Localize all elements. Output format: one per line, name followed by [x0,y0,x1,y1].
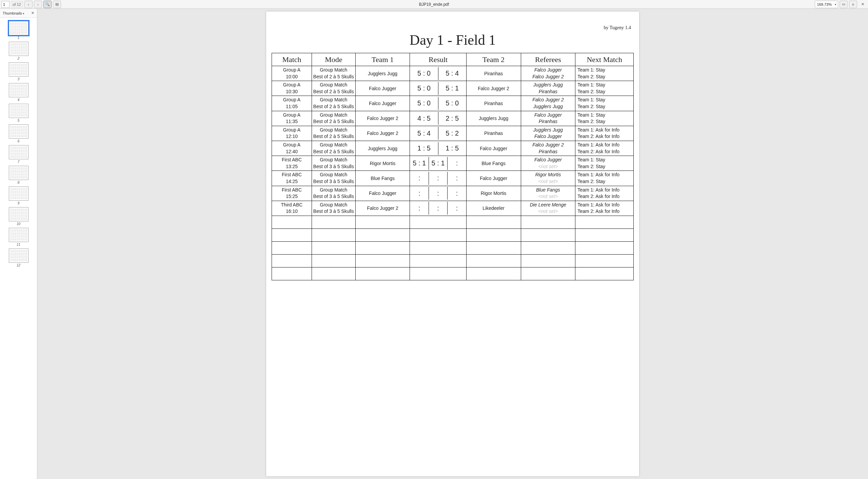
table-row: Group A11:05Group MatchBest of 2 à 5 Sku… [272,96,634,111]
table-row: First ABC14:25Group MatchBest of 3 à 5 S… [272,171,634,186]
chevron-left-icon: ‹ [28,2,29,6]
th-referees: Referees [521,53,575,66]
thumbnail[interactable] [9,21,28,35]
outline-button[interactable]: ▤ [53,1,61,8]
toolbar: of 12 ‹ › 🔍 ▤ BJP19_ende.pdf 169.73% ▭ ≡… [0,0,868,9]
menu-button[interactable]: ≡ [849,1,857,8]
thumbnail-label: 5 [0,119,37,122]
search-icon: 🔍 [45,2,50,6]
prev-page-button[interactable]: ‹ [24,1,33,8]
th-mode: Mode [312,53,355,66]
thumbnail-label: 11 [0,243,37,246]
thumbnail[interactable] [9,186,28,201]
table-header-row: Match Mode Team 1 Result Team 2 Referees… [272,53,634,66]
thumbnail[interactable] [9,145,28,159]
page-viewport[interactable]: by Tugeny 1.4 Day 1 - Field 1 Match Mode… [37,9,868,479]
page-count-label: of 12 [11,1,23,8]
sidebar-mode-select[interactable]: Thumbnails [3,11,24,15]
close-window-button[interactable]: ✕ [859,1,867,8]
thumbnail[interactable] [9,228,28,242]
thumbnail-label: 10 [0,222,37,226]
next-page-button[interactable]: › [34,1,42,8]
thumbnail-label: 2 [0,57,37,60]
th-match: Match [272,53,312,66]
table-row: Group A12:10Group MatchBest of 2 à 5 Sku… [272,126,634,141]
th-team2: Team 2 [466,53,521,66]
sidebar: Thumbnails ✕ 123456789101112 [0,9,37,479]
table-row-empty [272,216,634,228]
page: by Tugeny 1.4 Day 1 - Field 1 Match Mode… [266,12,639,476]
table-row-empty [272,254,634,267]
view-mode-button[interactable]: ▭ [840,1,848,8]
schedule-table: Match Mode Team 1 Result Team 2 Referees… [272,53,634,280]
table-row: Group A12:40Group MatchBest of 2 à 5 Sku… [272,141,634,156]
thumbnail[interactable] [9,166,28,180]
table-row: Group A10:00Group MatchBest of 2 à 5 Sku… [272,66,634,81]
th-result: Result [410,53,466,66]
thumbnail-list: 123456789101112 [0,18,37,479]
th-next: Next Match [575,53,634,66]
zoom-select[interactable]: 169.73% [815,1,838,8]
hamburger-icon: ≡ [852,2,854,6]
thumbnail-label: 6 [0,139,37,143]
page-icon: ▭ [842,2,845,6]
outline-icon: ▤ [55,2,59,6]
document-title: BJP19_ende.pdf [0,2,868,7]
thumbnail-label: 8 [0,181,37,184]
zoom-value: 169.73% [817,2,832,6]
thumbnail[interactable] [9,124,28,139]
credit-text: by Tugeny 1.4 [604,25,631,31]
table-row-empty [272,241,634,254]
close-icon: ✕ [861,2,864,6]
table-row: Third ABC16:10Group MatchBest of 3 à 5 S… [272,201,634,216]
sidebar-close-button[interactable]: ✕ [31,11,34,15]
thumbnail-label: 4 [0,98,37,102]
thumbnail-label: 1 [0,36,37,40]
thumbnail[interactable] [9,83,28,97]
table-row: First ABC15:25Group MatchBest of 3 à 5 S… [272,186,634,201]
thumbnail[interactable] [9,104,28,118]
thumbnail-label: 7 [0,160,37,164]
sidebar-header: Thumbnails ✕ [0,9,37,18]
thumbnail[interactable] [9,248,28,263]
table-row-empty [272,267,634,280]
thumbnail[interactable] [9,207,28,221]
search-button[interactable]: 🔍 [43,1,52,8]
thumbnail[interactable] [9,62,28,77]
th-team1: Team 1 [355,53,410,66]
chevron-right-icon: › [37,2,39,6]
page-title: Day 1 - Field 1 [272,32,634,48]
table-row: Group A11:35Group MatchBest of 2 à 5 Sku… [272,111,634,126]
thumbnail-label: 9 [0,201,37,205]
thumbnail[interactable] [9,42,28,56]
thumbnail-label: 3 [0,77,37,81]
table-row-empty [272,228,634,241]
table-row: First ABC13:25Group MatchBest of 3 à 5 S… [272,156,634,171]
thumbnail-label: 12 [0,263,37,267]
table-row: Group A10:30Group MatchBest of 2 à 5 Sku… [272,81,634,96]
page-number-input[interactable] [1,1,9,8]
